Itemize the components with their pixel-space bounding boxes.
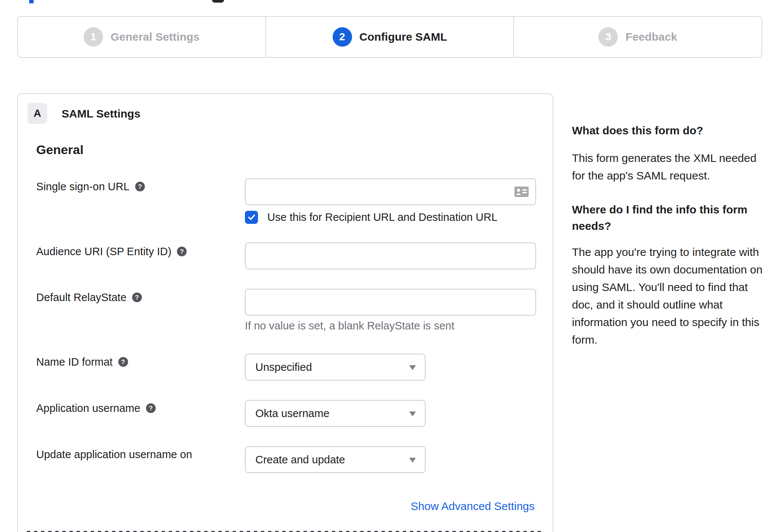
nameid-format-selected-value: Unspecified bbox=[255, 361, 312, 373]
help-icon[interactable]: ? bbox=[135, 182, 145, 191]
audience-uri-input[interactable] bbox=[245, 242, 536, 269]
update-username-selected-value: Create and update bbox=[255, 454, 345, 466]
app-username-label: Application username ? bbox=[36, 401, 156, 416]
show-advanced-settings-link[interactable]: Show Advanced Settings bbox=[411, 500, 535, 513]
nameid-format-label: Name ID format ? bbox=[36, 354, 128, 369]
address-card-icon bbox=[514, 187, 529, 197]
chevron-down-icon bbox=[409, 411, 416, 416]
sso-url-input-wrap bbox=[245, 178, 536, 205]
help-icon[interactable]: ? bbox=[118, 357, 128, 367]
saml-settings-panel: A SAML Settings General Single sign-on U… bbox=[17, 93, 553, 532]
cutoff-blue-logo-fragment bbox=[29, 0, 34, 3]
chevron-down-icon bbox=[409, 458, 416, 463]
nameid-format-label-text: Name ID format bbox=[36, 356, 113, 368]
audience-uri-label-text: Audience URI (SP Entity ID) bbox=[36, 245, 171, 258]
sidebar-question-2: Where do I find the info this form needs… bbox=[572, 201, 771, 234]
cutoff-lock-icon-fragment bbox=[212, 0, 224, 3]
recipient-url-checkbox[interactable] bbox=[245, 211, 258, 224]
sidebar-answer-2: The app you're trying to integrate with … bbox=[572, 243, 771, 348]
update-username-select[interactable]: Create and update bbox=[245, 446, 426, 473]
wizard-stepper: 1 General Settings 2 Configure SAML 3 Fe… bbox=[17, 16, 762, 58]
chevron-down-icon bbox=[409, 365, 416, 370]
step-number-badge: 3 bbox=[598, 27, 618, 47]
audience-uri-label: Audience URI (SP Entity ID) ? bbox=[36, 244, 187, 259]
check-icon bbox=[247, 213, 256, 222]
step-feedback[interactable]: 3 Feedback bbox=[514, 17, 762, 57]
relaystate-label: Default RelayState ? bbox=[36, 290, 142, 305]
nameid-format-select[interactable]: Unspecified bbox=[245, 354, 426, 381]
sidebar-answer-1: This form generates the XML needed for t… bbox=[572, 149, 771, 184]
relaystate-input[interactable] bbox=[245, 289, 536, 316]
help-sidebar: What does this form do? This form genera… bbox=[572, 122, 771, 366]
help-icon[interactable]: ? bbox=[132, 292, 142, 302]
app-username-select[interactable]: Okta username bbox=[245, 400, 426, 427]
relaystate-hint: If no value is set, a blank RelayState i… bbox=[245, 320, 454, 332]
section-title: SAML Settings bbox=[62, 107, 140, 120]
section-letter-badge: A bbox=[28, 103, 47, 124]
step-label: Configure SAML bbox=[360, 31, 447, 43]
sso-checkbox-row: Use this for Recipient URL and Destinati… bbox=[245, 210, 497, 225]
relaystate-label-text: Default RelayState bbox=[36, 291, 127, 304]
recipient-url-checkbox-label: Use this for Recipient URL and Destinati… bbox=[267, 211, 497, 223]
sso-url-input[interactable] bbox=[245, 178, 536, 205]
sso-url-label-text: Single sign-on URL bbox=[36, 181, 130, 193]
help-icon[interactable]: ? bbox=[177, 247, 187, 256]
step-general-settings[interactable]: 1 General Settings bbox=[18, 17, 266, 57]
sso-url-label: Single sign-on URL ? bbox=[36, 179, 145, 194]
general-heading: General bbox=[36, 143, 84, 157]
step-label: Feedback bbox=[625, 31, 677, 43]
step-number-badge: 2 bbox=[333, 27, 352, 47]
help-icon[interactable]: ? bbox=[146, 403, 156, 413]
update-username-label: Update application username on bbox=[36, 447, 192, 462]
step-label: General Settings bbox=[111, 31, 199, 43]
app-username-selected-value: Okta username bbox=[255, 407, 329, 420]
step-configure-saml[interactable]: 2 Configure SAML bbox=[266, 17, 514, 57]
step-number-badge: 1 bbox=[84, 27, 103, 47]
update-username-label-text: Update application username on bbox=[36, 448, 192, 461]
app-username-label-text: Application username bbox=[36, 402, 140, 414]
sidebar-question-1: What does this form do? bbox=[572, 122, 771, 139]
